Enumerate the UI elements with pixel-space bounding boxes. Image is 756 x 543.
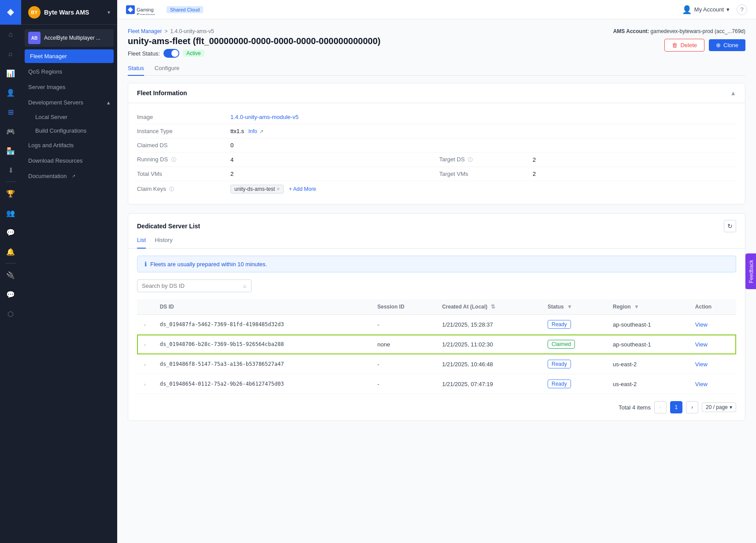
row-expand-1[interactable]: › bbox=[144, 342, 146, 347]
plugin-icon[interactable]: 🔌 bbox=[0, 265, 21, 285]
home-icon[interactable]: ⌂ bbox=[0, 25, 21, 44]
fleet-info-header: Fleet Information ▲ bbox=[128, 83, 745, 103]
image-link[interactable]: 1.4.0-unity-ams-module-v5 bbox=[230, 114, 299, 120]
ds-id-1: ds_01948706-b28c-7369-9b15-926564cba288 bbox=[153, 335, 371, 354]
download-icon[interactable]: ⬇ bbox=[0, 160, 21, 180]
notification-icon[interactable]: 🔔 bbox=[0, 242, 21, 261]
sidebar-item-fleet-manager[interactable]: Fleet Manager bbox=[25, 49, 114, 63]
list-tab-list[interactable]: List bbox=[137, 232, 146, 249]
sidebar-item-download-resources[interactable]: Download Resources bbox=[21, 153, 117, 168]
action-0: View bbox=[688, 315, 736, 335]
sidebar-item-logs-artifacts[interactable]: Logs and Artifacts bbox=[21, 138, 117, 153]
sidebar-item-server-images[interactable]: Server Images bbox=[21, 79, 117, 95]
chat2-icon[interactable]: 💬 bbox=[0, 285, 21, 304]
header-buttons: 🗑 Delete ⊕ Clone bbox=[664, 39, 745, 52]
fleet-info-row-vms: Total VMs 2 Target VMs 2 bbox=[137, 167, 736, 181]
external-link-icon: ↗ bbox=[72, 174, 75, 179]
sidebar-item-build-configurations[interactable]: Build Configurations bbox=[21, 124, 117, 138]
claim-key-remove[interactable]: × bbox=[277, 186, 280, 192]
table-row: › ds_019487fa-5462-7369-81fd-4198485d32d… bbox=[137, 315, 736, 335]
view-link-1[interactable]: View bbox=[695, 341, 708, 348]
instance-info-link[interactable]: Info bbox=[248, 128, 257, 134]
my-account-label: My Account bbox=[694, 6, 724, 13]
ds-id-2: ds_019486f8-5147-75a3-a136-b53786527a47 bbox=[153, 354, 371, 374]
shared-cloud-badge: Shared Cloud bbox=[167, 6, 203, 13]
feedback-tab[interactable]: Feedback bbox=[746, 254, 756, 290]
add-more-keys[interactable]: + Add More bbox=[289, 186, 316, 192]
refresh-button[interactable]: ↻ bbox=[724, 220, 736, 232]
logo-area bbox=[0, 0, 21, 25]
analytics-icon[interactable]: 📊 bbox=[0, 63, 21, 83]
tab-configure[interactable]: Configure bbox=[155, 61, 179, 76]
next-page-btn[interactable]: › bbox=[686, 401, 698, 413]
per-page-select[interactable]: 20 / page ▾ bbox=[702, 402, 736, 412]
workspace-chevron: ▾ bbox=[107, 9, 110, 15]
per-page-value: 20 / page bbox=[706, 404, 728, 410]
app-name: AccelByte Multiplayer ... bbox=[44, 35, 100, 41]
table-row: › ds_01948706-b28c-7369-9b15-926564cba28… bbox=[137, 335, 736, 354]
status-badge-ready: Ready bbox=[548, 320, 571, 329]
col-region[interactable]: Region ▼ bbox=[606, 299, 688, 315]
people-icon[interactable]: 👥 bbox=[0, 203, 21, 223]
status-0: Ready bbox=[541, 315, 606, 335]
sidebar-item-local-server[interactable]: Local Server bbox=[21, 110, 117, 124]
workspace-name: Byte Wars AMS bbox=[44, 9, 89, 16]
help-icon[interactable]: ? bbox=[737, 4, 747, 15]
info-message: Fleets are usually prepared within 10 mi… bbox=[150, 261, 267, 268]
action-3: View bbox=[688, 374, 736, 394]
users-icon[interactable]: 👤 bbox=[0, 83, 21, 102]
table-row: › ds_019486f8-5147-75a3-a136-b53786527a4… bbox=[137, 354, 736, 374]
breadcrumb-current: 1.4.0-unity-ams-v5 bbox=[170, 28, 214, 34]
row-expand-0[interactable]: › bbox=[144, 322, 146, 327]
trophy-icon[interactable]: 🏆 bbox=[0, 184, 21, 203]
prev-page-btn[interactable]: ‹ bbox=[654, 401, 667, 413]
row-expand-3[interactable]: › bbox=[144, 382, 146, 387]
game-icon[interactable]: 🎮 bbox=[0, 122, 21, 141]
target-ds-label: Target DS ⓘ bbox=[439, 156, 527, 163]
col-expand bbox=[137, 299, 153, 315]
session-id-2: - bbox=[370, 354, 435, 374]
page-title: unity-ams-fleet (flt_00000000-0000-0000-… bbox=[128, 36, 381, 46]
breadcrumb-fleet-manager[interactable]: Fleet Manager bbox=[128, 28, 162, 34]
chat-icon[interactable]: 💬 bbox=[0, 223, 21, 242]
topbar: Gaming Services Shared Cloud 👤 My Accoun… bbox=[117, 0, 756, 19]
fleet-icon[interactable]: ⊞ bbox=[0, 102, 21, 122]
session-id-1: none bbox=[370, 335, 435, 354]
view-link-3[interactable]: View bbox=[695, 381, 708, 387]
col-action: Action bbox=[688, 299, 736, 315]
dev-servers-section[interactable]: Development Servers ▴ bbox=[21, 95, 117, 110]
sidebar: BY Byte Wars AMS ▾ AB AccelByte Multipla… bbox=[21, 0, 117, 543]
view-link-2[interactable]: View bbox=[695, 361, 708, 368]
image-label: Image bbox=[137, 114, 225, 120]
sidebar-item-documentation[interactable]: Documentation ↗ bbox=[21, 168, 117, 184]
misc-icon[interactable]: ⬡ bbox=[0, 304, 21, 324]
search-input[interactable] bbox=[142, 283, 241, 289]
col-status[interactable]: Status ▼ bbox=[541, 299, 606, 315]
sidebar-item-qos-regions[interactable]: QoS Regions bbox=[21, 64, 117, 79]
app-item[interactable]: AB AccelByte Multiplayer ... bbox=[21, 25, 117, 48]
ds-id-0: ds_019487fa-5462-7369-81fd-4198485d32d3 bbox=[153, 315, 371, 335]
row-expand-2[interactable]: › bbox=[144, 362, 146, 367]
claimed-ds-value: 0 bbox=[230, 142, 736, 149]
icon-strip: ⌂ ⌕ 📊 👤 ⊞ 🎮 🏪 ⬇ 🏆 👥 💬 🔔 🔌 💬 ⬡ bbox=[0, 0, 21, 543]
page-1-btn[interactable]: 1 bbox=[670, 401, 682, 413]
content-inner: Fleet Manager > 1.4.0-unity-ams-v5 unity… bbox=[117, 19, 756, 439]
tab-status[interactable]: Status bbox=[128, 61, 144, 76]
collapse-icon[interactable]: ▲ bbox=[730, 89, 736, 97]
running-ds-value: 4 bbox=[230, 156, 434, 163]
view-link-0[interactable]: View bbox=[695, 321, 708, 328]
status-1: Claimed bbox=[541, 335, 606, 354]
fleet-info-row-running-ds: Running DS ⓘ 4 Target DS ⓘ 2 bbox=[137, 152, 736, 167]
col-created-at[interactable]: Created At (Local) ⇅ bbox=[435, 299, 541, 315]
search-icon[interactable]: ⌕ bbox=[0, 44, 21, 63]
fleet-info-table: Image 1.4.0-unity-ams-module-v5 Instance… bbox=[128, 103, 745, 204]
clone-button[interactable]: ⊕ Clone bbox=[709, 39, 745, 51]
workspace-header[interactable]: BY Byte Wars AMS ▾ bbox=[21, 0, 117, 25]
fleet-status-toggle[interactable] bbox=[163, 49, 179, 58]
delete-button[interactable]: 🗑 Delete bbox=[664, 39, 704, 52]
list-tab-history[interactable]: History bbox=[155, 232, 172, 249]
my-account-button[interactable]: 👤 My Account ▾ bbox=[682, 5, 730, 15]
breadcrumb: Fleet Manager > 1.4.0-unity-ams-v5 bbox=[128, 28, 381, 34]
region-2: us-east-2 bbox=[606, 354, 688, 374]
store-icon[interactable]: 🏪 bbox=[0, 141, 21, 160]
